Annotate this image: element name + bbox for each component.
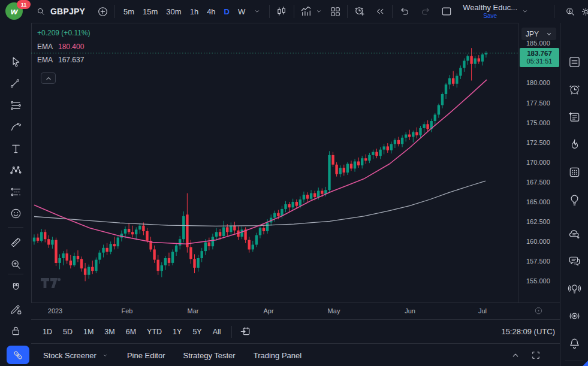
timeframe-30m[interactable]: 30m <box>162 4 185 19</box>
range-1y-button[interactable]: 1Y <box>168 325 186 338</box>
divider <box>114 5 115 18</box>
ideas-icon <box>568 193 581 207</box>
range-5y-button[interactable]: 5Y <box>188 325 206 338</box>
range-1m-button[interactable]: 1M <box>79 325 98 338</box>
timeframe-W[interactable]: W <box>234 4 249 19</box>
range-6m-button[interactable]: 6M <box>122 325 140 338</box>
candle-body <box>215 232 218 237</box>
symbol-search[interactable]: GBPJPY <box>36 7 85 17</box>
timeframe-15m[interactable]: 15m <box>138 4 162 19</box>
tool-cursor[interactable] <box>5 52 26 72</box>
indicators-button[interactable] <box>298 2 314 20</box>
range-3m-button[interactable]: 3M <box>100 325 119 338</box>
timeframe-menu-button[interactable] <box>249 2 265 20</box>
tool-zoom-in[interactable] <box>5 254 26 274</box>
tab-trading-panel[interactable]: Trading Panel <box>254 351 301 360</box>
redo-button[interactable] <box>417 2 433 20</box>
tool-forecast[interactable] <box>5 182 26 202</box>
session-octagon-icon[interactable] <box>533 306 544 316</box>
sidebar-streams-button[interactable] <box>563 305 585 326</box>
user-menu[interactable]: w 11 <box>0 0 31 23</box>
alert-clock-plus-icon <box>354 5 366 17</box>
price-axis[interactable]: JPY 185.000182.500180.000177.500175.0001… <box>518 23 560 303</box>
corner-resize[interactable] <box>583 361 588 366</box>
tab-label: Trading Panel <box>254 351 301 360</box>
undo-button[interactable] <box>397 2 412 20</box>
timeframe-1h[interactable]: 1h <box>186 4 203 19</box>
indicator-row-ema-slow[interactable]: EMA 167.637 <box>37 56 91 63</box>
candle-body <box>456 76 458 84</box>
layout-menu-chevron[interactable] <box>520 2 530 20</box>
chevron-down-icon <box>521 7 529 16</box>
time-axis-label: May <box>328 307 340 314</box>
candle-body <box>481 55 484 62</box>
bar-replay-button[interactable] <box>372 2 388 20</box>
currency-dropdown[interactable]: JPY <box>521 28 556 40</box>
layout-select-button[interactable] <box>439 2 454 20</box>
sidebar-calendar-button[interactable] <box>563 161 585 183</box>
settings-button[interactable] <box>578 2 588 20</box>
sidebar-notifications-button[interactable] <box>563 332 585 354</box>
chart-style-button[interactable] <box>274 2 290 20</box>
sidebar-journal-button[interactable] <box>563 106 585 128</box>
range-ytd-button[interactable]: YTD <box>143 325 166 338</box>
tab-pine-editor[interactable]: Pine Editor <box>127 351 165 360</box>
layout-grid-button[interactable] <box>327 2 343 20</box>
timeframe-4h[interactable]: 4h <box>203 4 219 19</box>
maximize-icon[interactable] <box>530 350 541 361</box>
sidebar-alerts-button[interactable] <box>563 78 585 100</box>
candle-body <box>105 248 108 252</box>
range-all-button[interactable]: All <box>209 325 225 338</box>
ema-line <box>34 80 487 244</box>
candle-body <box>212 237 214 246</box>
sidebar-ideas-button[interactable] <box>563 189 585 210</box>
sidebar-minds-button[interactable] <box>563 223 585 244</box>
clock-utc[interactable]: 15:28:09 (UTC) <box>501 320 555 343</box>
candle-body <box>299 199 301 206</box>
candle-body <box>361 158 363 165</box>
candle-body <box>448 78 451 85</box>
tool-magnet[interactable] <box>5 277 26 298</box>
candle-body <box>346 164 349 173</box>
tool-fib-retracement[interactable] <box>5 95 26 116</box>
sidebar-chat-button[interactable] <box>563 250 585 271</box>
sidebar-watchlist-button[interactable] <box>563 51 585 72</box>
save-button[interactable]: Save <box>483 13 497 19</box>
tool-brush[interactable] <box>5 117 26 137</box>
candle-body <box>339 168 342 174</box>
create-alert-button[interactable] <box>352 2 367 20</box>
range-1d-button[interactable]: 1D <box>38 325 56 338</box>
layout-name-menu[interactable]: Wealthy Educ... Save <box>463 4 517 19</box>
tool-lock-all-drawings[interactable] <box>5 320 26 341</box>
range-5d-button[interactable]: 5D <box>59 325 77 338</box>
tab-stock-screener[interactable]: Stock Screener <box>43 351 109 360</box>
expand-panel-icon[interactable] <box>510 350 521 361</box>
quick-search-button[interactable] <box>562 2 578 20</box>
candle-body <box>474 58 477 63</box>
tool-ruler[interactable] <box>5 232 26 252</box>
tool-text[interactable] <box>5 138 26 159</box>
indicators-menu-button[interactable] <box>314 2 324 20</box>
price-chart[interactable] <box>31 23 518 303</box>
object-link-button[interactable] <box>7 346 29 364</box>
candle-body <box>80 259 83 268</box>
tool-emoji[interactable] <box>5 203 26 223</box>
bottom-panel: Stock ScreenerPine EditorStrategy Tester… <box>31 343 588 366</box>
tab-label: Pine Editor <box>127 351 165 360</box>
timeframe-5m[interactable]: 5m <box>119 4 138 19</box>
go-to-date-button[interactable] <box>238 323 254 341</box>
tool-trend-line[interactable] <box>5 73 26 93</box>
sidebar-hotlists-button[interactable] <box>563 134 585 155</box>
time-axis[interactable]: 2023FebMarAprMayJunJul <box>31 303 560 320</box>
tool-drawing-mode[interactable] <box>5 299 26 319</box>
compare-add-button[interactable] <box>95 2 110 20</box>
timeframe-D[interactable]: D <box>220 4 234 19</box>
legend-collapse-button[interactable] <box>41 72 56 84</box>
candle-body <box>284 204 287 209</box>
indicator-row-ema-fast[interactable]: EMA 180.400 <box>37 43 91 50</box>
tool-xabcd-pattern[interactable] <box>5 160 26 180</box>
sidebar-live-ideas-button[interactable] <box>563 277 585 299</box>
indicator-value: 180.400 <box>58 43 84 50</box>
tab-strategy-tester[interactable]: Strategy Tester <box>183 351 235 360</box>
timeframe-row: 5m15m30m1h4hDW <box>119 4 249 19</box>
